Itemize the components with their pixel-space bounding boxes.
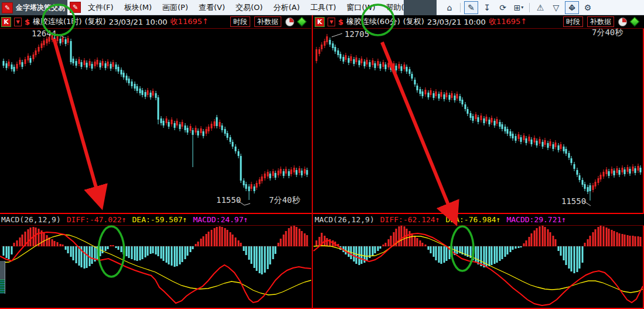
- filter-icon[interactable]: ▽: [549, 1, 563, 14]
- menu-交易O[interactable]: 交易(O): [231, 1, 267, 15]
- diff-value: DIFF:-47.022↑: [67, 215, 127, 224]
- menu-分析A[interactable]: 分析(A): [268, 1, 304, 15]
- low-price-label: 11550: [216, 195, 241, 205]
- countdown-label: 7分40秒: [592, 28, 623, 37]
- clock-icon: [285, 18, 294, 26]
- menu-窗口W[interactable]: 窗口(W): [342, 1, 380, 15]
- instrument-icon: $: [25, 18, 30, 26]
- ktype-box[interactable]: K: [315, 17, 325, 27]
- close-price: 收11695↑: [171, 16, 209, 27]
- menubar: ✎ 文件(F)板块(M)画面(P)查看(V)交易(O)分析(A)工具(T)窗口(…: [67, 0, 404, 15]
- candles-left: [3, 33, 308, 200]
- macd-bars-left: [3, 226, 308, 274]
- adjust-flag: (复权): [403, 16, 424, 27]
- panel-header-right: K ▼ $ 橡胶连续(60分) (复权) 23/03/21 10:00 收116…: [314, 15, 644, 29]
- candles-right: [316, 34, 642, 201]
- instrument-title: 橡胶连续(60分): [346, 16, 400, 27]
- trading-app-window: 12644115507分40秒12705115507分40秒 ✎ 金字塔决策交易…: [0, 0, 644, 309]
- dea-value: DEA:-76.984↑: [446, 215, 501, 224]
- menu-items: 文件(F)板块(M)画面(P)查看(V)交易(O)分析(A)工具(T)窗口(W)…: [83, 1, 417, 15]
- bar-datetime: 23/03/21 10:00: [427, 18, 486, 26]
- instrument-title: 橡胶连续(1时): [33, 16, 81, 27]
- status-diamond-icon: [297, 17, 307, 27]
- peak-price-label: 12705: [345, 29, 369, 39]
- dea-value: DEA:-59.507↑: [132, 215, 188, 224]
- panel-left: 12644115507分40秒: [0, 29, 311, 303]
- adjust-flag: (复权): [84, 16, 105, 27]
- macdd-value: MACDD:24.97↑: [193, 215, 248, 224]
- menu-文件F[interactable]: 文件(F): [83, 1, 118, 15]
- menu-查看V[interactable]: 查看(V): [194, 1, 230, 15]
- menu-画面P[interactable]: 画面(P): [158, 1, 193, 15]
- titlebar[interactable]: ✎ 金字塔决策交易: [0, 0, 67, 15]
- app-icon: ✎: [2, 2, 13, 13]
- settings-gear-icon[interactable]: ⚙: [581, 1, 595, 14]
- macd-title: MACD(26,12,9): [1, 215, 61, 224]
- macd-header-left: MACD(26,12,9) DIFF:-47.022↑ DEA:-59.507↑…: [0, 214, 311, 226]
- ktype-dropdown-icon[interactable]: ▼: [328, 18, 335, 26]
- callout-line: [332, 33, 342, 37]
- toolbar-separator: [460, 3, 461, 12]
- menu-工具T[interactable]: 工具(T): [305, 1, 340, 15]
- status-diamond-icon: [630, 17, 640, 27]
- ktype-box[interactable]: K: [1, 17, 11, 27]
- instrument-icon: $: [338, 18, 343, 26]
- fragment-stripes: [0, 280, 5, 294]
- period-button[interactable]: 时段: [563, 16, 583, 27]
- alert-icon[interactable]: ⚠: [533, 1, 547, 14]
- toolbar: ⌂✎↧⟳⊞▾⚠▽↔↕⚙: [437, 0, 644, 15]
- bar-datetime: 23/03/21 10:00: [109, 18, 168, 26]
- panel-right: 12705115507分40秒: [314, 28, 643, 305]
- macdd-value: MACDD:29.721↑: [506, 215, 566, 224]
- app-title: 金字塔决策交易: [16, 3, 65, 13]
- macd-bars-right: [316, 225, 642, 273]
- menu-板块M[interactable]: 板块(M): [120, 1, 156, 15]
- diff-value: DIFF:-62.124↑: [380, 215, 440, 224]
- document-icon[interactable]: ✎: [70, 2, 81, 13]
- peak-price-label: 12644: [32, 29, 56, 38]
- fill-data-button[interactable]: 补数据: [254, 16, 281, 27]
- fill-data-button[interactable]: 补数据: [587, 16, 614, 27]
- low-price-label: 11550: [561, 196, 586, 206]
- home-icon[interactable]: ⌂: [442, 1, 456, 14]
- close-price: 收11695↑: [489, 16, 527, 27]
- background-window-fragment: [0, 261, 5, 294]
- sync-refresh-icon[interactable]: ⟳: [496, 1, 510, 14]
- window-chrome: ✎ 金字塔决策交易 ✎ 文件(F)板块(M)画面(P)查看(V)交易(O)分析(…: [0, 0, 644, 15]
- countdown-label: 7分40秒: [269, 195, 301, 205]
- macd-title: MACD(26,12,9): [315, 215, 374, 224]
- chart-canvas[interactable]: 12644115507分40秒12705115507分40秒: [0, 0, 644, 309]
- ktype-dropdown-icon[interactable]: ▼: [14, 18, 22, 26]
- layout-grid-icon[interactable]: ⊞▾: [512, 1, 526, 14]
- macd-header-right: MACD(26,12,9) DIFF:-62.124↑ DEA:-76.984↑…: [314, 214, 644, 226]
- titlebar-spacer: [404, 0, 437, 15]
- pan-move-icon[interactable]: ↔↕: [565, 1, 579, 14]
- panel-divider[interactable]: [312, 15, 313, 309]
- download-data-icon[interactable]: ↧: [480, 1, 494, 14]
- period-button[interactable]: 时段: [230, 16, 250, 27]
- panel-header-left: K ▼ $ 橡胶连续(1时) (复权) 23/03/21 10:00 收1169…: [0, 15, 311, 29]
- draw-pencil-icon[interactable]: ✎: [464, 1, 478, 14]
- toolbar-separator: [529, 3, 530, 12]
- clock-icon: [618, 18, 627, 26]
